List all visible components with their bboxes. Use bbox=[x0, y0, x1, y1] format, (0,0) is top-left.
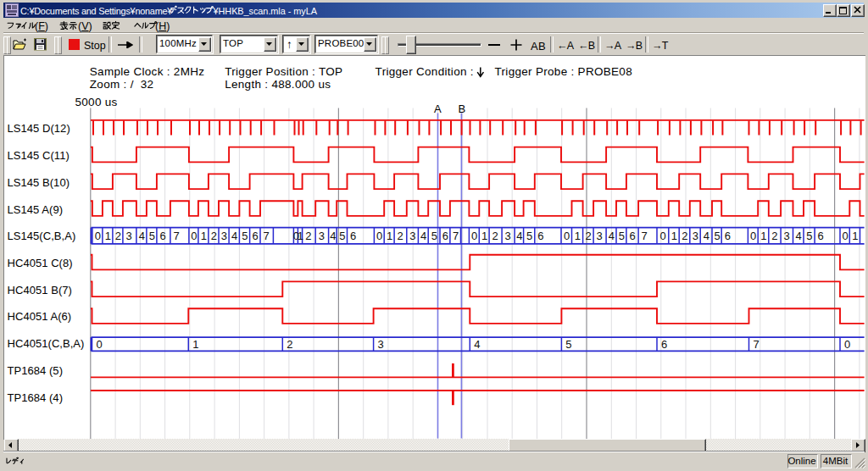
svg-text:3: 3 bbox=[377, 338, 383, 351]
svg-text:1: 1 bbox=[298, 230, 303, 242]
svg-text:5: 5 bbox=[714, 230, 720, 242]
svg-text:0: 0 bbox=[95, 230, 101, 242]
svg-text:HC4051 A(6): HC4051 A(6) bbox=[8, 310, 72, 323]
svg-text:5: 5 bbox=[619, 230, 625, 242]
svg-text:3: 3 bbox=[784, 230, 790, 242]
svg-text:7: 7 bbox=[173, 230, 179, 242]
svg-text:B: B bbox=[458, 103, 465, 115]
svg-text:Trigger Probe : PROBE08: Trigger Probe : PROBE08 bbox=[495, 65, 632, 78]
svg-text:4: 4 bbox=[474, 338, 480, 351]
svg-text:5: 5 bbox=[806, 230, 812, 242]
svg-text:2: 2 bbox=[305, 230, 311, 242]
svg-text:LS145 D(12): LS145 D(12) bbox=[8, 122, 70, 135]
svg-text:A: A bbox=[434, 103, 442, 115]
svg-text:Trigger Condition :: Trigger Condition : bbox=[376, 65, 474, 78]
svg-text:6: 6 bbox=[818, 230, 824, 242]
svg-text:Zoom : / 32: Zoom : / 32 bbox=[90, 78, 154, 91]
svg-text:4: 4 bbox=[516, 230, 522, 242]
svg-text:2: 2 bbox=[682, 230, 687, 242]
svg-text:1: 1 bbox=[575, 230, 581, 242]
svg-text:5: 5 bbox=[565, 338, 571, 351]
svg-text:3: 3 bbox=[221, 230, 227, 242]
svg-text:0: 0 bbox=[844, 338, 850, 351]
svg-text:0: 0 bbox=[564, 230, 570, 242]
svg-text:TP1684 (4): TP1684 (4) bbox=[8, 391, 64, 404]
svg-text:2: 2 bbox=[398, 230, 403, 242]
svg-text:1: 1 bbox=[201, 230, 207, 242]
svg-text:0: 0 bbox=[96, 338, 102, 351]
svg-text:7: 7 bbox=[642, 230, 648, 242]
svg-text:6: 6 bbox=[725, 230, 731, 242]
svg-text:5: 5 bbox=[339, 230, 345, 242]
svg-text:5: 5 bbox=[149, 230, 155, 242]
svg-text:4: 4 bbox=[139, 230, 145, 242]
svg-text:6: 6 bbox=[253, 230, 259, 242]
svg-text:LS145 A(9): LS145 A(9) bbox=[8, 203, 64, 216]
svg-text:6: 6 bbox=[661, 338, 667, 351]
svg-text:3: 3 bbox=[409, 230, 415, 242]
svg-text:2: 2 bbox=[287, 338, 292, 351]
svg-text:HC4051 C(8): HC4051 C(8) bbox=[8, 257, 73, 269]
svg-text:0: 0 bbox=[750, 230, 756, 242]
svg-text:LS145 C(11): LS145 C(11) bbox=[8, 149, 70, 162]
svg-text:4: 4 bbox=[704, 230, 709, 242]
svg-text:1: 1 bbox=[481, 230, 487, 242]
svg-text:2: 2 bbox=[115, 230, 121, 242]
svg-text:0: 0 bbox=[842, 230, 848, 242]
svg-text:4: 4 bbox=[231, 230, 237, 242]
svg-text:0: 0 bbox=[191, 230, 197, 242]
svg-text:Length : 488.000 us: Length : 488.000 us bbox=[225, 78, 331, 91]
svg-text:3: 3 bbox=[319, 230, 325, 242]
svg-text:1: 1 bbox=[671, 230, 677, 242]
svg-text:HC4051 B(7): HC4051 B(7) bbox=[8, 284, 72, 296]
svg-text:0: 0 bbox=[376, 230, 382, 242]
svg-text:LS145 B(10): LS145 B(10) bbox=[8, 176, 70, 189]
svg-text:0: 0 bbox=[471, 230, 477, 242]
svg-text:1: 1 bbox=[105, 230, 111, 242]
svg-text:2: 2 bbox=[771, 230, 777, 242]
svg-text:6: 6 bbox=[442, 230, 448, 242]
svg-text:1: 1 bbox=[760, 230, 766, 242]
svg-text:HC4051(C,B,A): HC4051(C,B,A) bbox=[8, 337, 85, 350]
svg-text:3: 3 bbox=[693, 230, 698, 242]
svg-text:5: 5 bbox=[526, 230, 532, 242]
svg-text:5: 5 bbox=[242, 230, 248, 242]
svg-text:Trigger Position : TOP: Trigger Position : TOP bbox=[225, 65, 342, 78]
svg-text:4: 4 bbox=[330, 230, 336, 242]
svg-text:3: 3 bbox=[125, 230, 131, 242]
svg-text:6: 6 bbox=[350, 230, 356, 242]
svg-text:1: 1 bbox=[192, 338, 198, 351]
svg-text:5000 us: 5000 us bbox=[75, 96, 118, 108]
svg-text:LS145(C,B,A): LS145(C,B,A) bbox=[8, 230, 76, 242]
svg-text:6: 6 bbox=[629, 230, 635, 242]
svg-text:3: 3 bbox=[597, 230, 603, 242]
svg-text:4: 4 bbox=[795, 230, 801, 242]
svg-text:5: 5 bbox=[431, 230, 437, 242]
svg-text:6: 6 bbox=[159, 230, 165, 242]
svg-text:7: 7 bbox=[453, 230, 459, 242]
svg-text:2: 2 bbox=[586, 230, 592, 242]
svg-text:Sample Clock : 2MHz: Sample Clock : 2MHz bbox=[90, 65, 205, 78]
svg-text:1: 1 bbox=[387, 230, 392, 242]
svg-text:7: 7 bbox=[753, 338, 759, 351]
svg-text:4: 4 bbox=[609, 230, 615, 242]
svg-text:1: 1 bbox=[852, 230, 858, 242]
svg-text:7: 7 bbox=[263, 230, 269, 242]
svg-text:4: 4 bbox=[420, 230, 426, 242]
svg-text:2: 2 bbox=[211, 230, 217, 242]
svg-text:3: 3 bbox=[505, 230, 511, 242]
svg-text:0: 0 bbox=[659, 230, 665, 242]
svg-text:6: 6 bbox=[537, 230, 543, 242]
svg-text:2: 2 bbox=[492, 230, 498, 242]
svg-text:TP1684 (5): TP1684 (5) bbox=[8, 364, 64, 377]
